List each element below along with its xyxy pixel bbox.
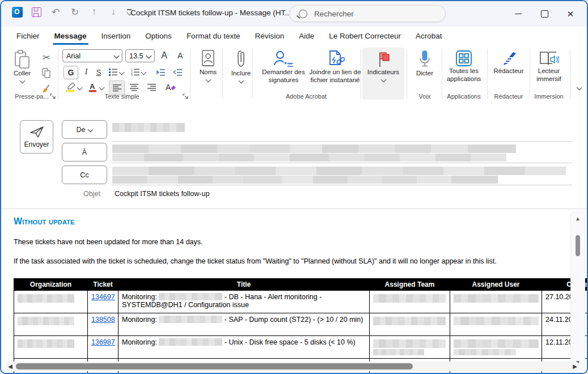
attach-instant-link-label: Joindre un lien de fichier instantané <box>302 68 369 84</box>
bold-label: G <box>68 68 74 77</box>
ticket-title: Monitoring: <box>122 338 157 346</box>
paste-label: Coller <box>14 69 31 77</box>
shrink-font-button[interactable]: Aˇ <box>174 49 188 62</box>
move-down-button[interactable]: ↓ <box>108 6 119 18</box>
bullet-list-icon <box>109 68 117 76</box>
chevron-down-icon <box>205 77 211 83</box>
search-input[interactable]: Rechercher <box>289 5 446 22</box>
move-up-button[interactable]: ↑ <box>88 6 100 18</box>
from-button[interactable]: De <box>62 120 107 139</box>
attach-file-button[interactable]: Inclure <box>227 50 255 83</box>
vertical-scroll-thumb[interactable] <box>576 235 580 256</box>
grow-font-button[interactable]: Aˆ <box>158 49 172 62</box>
chevron-down-icon <box>114 53 120 59</box>
organization-redacted <box>18 294 74 303</box>
highlight-color-button[interactable] <box>64 80 83 94</box>
numbered-list-icon: 123 <box>131 68 139 76</box>
horizontal-scrollbar[interactable]: ◀ ▶ <box>6 362 579 371</box>
ribbon: Coller ✂ Presse-pa... Arial 13.5 <box>1 45 587 107</box>
minimize-icon <box>515 14 522 15</box>
bold-button[interactable]: G <box>64 66 78 79</box>
ticket-link[interactable]: 136987 <box>91 338 115 346</box>
arrow-down-icon: ↓ <box>111 6 116 18</box>
send-label: Envoyer <box>24 141 49 148</box>
bullets-button[interactable] <box>108 66 125 78</box>
ticket-title: Monitoring: <box>122 293 157 301</box>
paste-button[interactable]: Coller <box>14 50 31 83</box>
message-body[interactable]: Without update These tickets have not be… <box>1 210 587 374</box>
save-button[interactable] <box>31 6 42 18</box>
subject-value[interactable]: Cockpit ITSM tickets follow-up <box>115 190 209 198</box>
chevron-down-icon <box>119 69 125 75</box>
all-apps-button[interactable]: Toutes les applications <box>443 50 484 83</box>
svg-text:A: A <box>90 82 95 91</box>
undo-button[interactable]: ↶ <box>50 6 61 18</box>
col-ticket: Ticket <box>88 279 119 291</box>
immersive-reader-icon <box>539 50 559 67</box>
tab-format-du-texte[interactable]: Format du texte <box>179 28 248 44</box>
font-name-select[interactable]: Arial <box>62 49 122 62</box>
cut-button[interactable]: ✂ <box>40 51 53 63</box>
immersive-reader-button[interactable]: Lecteur immersif <box>532 50 566 83</box>
tab-options[interactable]: Options <box>138 28 179 44</box>
assigned-user-redacted <box>454 317 539 325</box>
clipboard-dialog-launcher[interactable] <box>50 94 56 99</box>
numbering-button[interactable]: 123 <box>129 66 147 78</box>
search-placeholder: Rechercher <box>314 10 354 18</box>
cc-recipients-redacted <box>112 167 566 175</box>
send-button[interactable]: Envoyer <box>20 120 53 154</box>
italic-button[interactable]: I <box>81 66 92 78</box>
horizontal-scroll-thumb[interactable] <box>16 363 413 369</box>
tab-fichier[interactable]: Fichier <box>9 28 47 44</box>
ticket-link[interactable]: 134697 <box>91 293 115 301</box>
decrease-indent-button[interactable] <box>153 66 168 78</box>
table-row: 138508 Monitoring: - SAP - Dump count (S… <box>14 313 587 336</box>
tab-le-robert-correcteur[interactable]: Le Robert Correcteur <box>322 28 408 44</box>
undo-icon: ↶ <box>52 6 60 18</box>
body-heading: Without update <box>14 216 75 227</box>
title-redacted <box>159 338 222 346</box>
dictate-button[interactable]: Dicter <box>411 50 438 77</box>
ticket-title: Monitoring: <box>122 316 157 324</box>
col-title: Title <box>119 279 370 291</box>
editor-button[interactable]: Rédacteur <box>490 50 527 75</box>
tab-insertion[interactable]: Insertion <box>94 28 138 44</box>
attach-instant-link-button[interactable]: Joindre un lien de fichier instantané <box>312 50 358 84</box>
organization-redacted <box>18 339 74 348</box>
svg-text:A: A <box>166 83 171 92</box>
vertical-scrollbar[interactable]: ▲ ▼ <box>570 212 585 369</box>
tab-acrobat[interactable]: Acrobat <box>408 28 450 44</box>
font-color-button[interactable]: A <box>86 80 105 94</box>
tab-revision[interactable]: Révision <box>247 28 291 44</box>
tab-message[interactable]: Message <box>47 28 94 44</box>
names-button[interactable]: Noms <box>196 50 221 82</box>
scroll-up-icon[interactable]: ▲ <box>571 216 585 222</box>
align-right-button[interactable] <box>144 80 159 94</box>
assigned-team-redacted <box>373 317 446 325</box>
maximize-button[interactable] <box>531 1 557 27</box>
flags-button[interactable]: Indicateurs <box>364 51 403 82</box>
tab-aide[interactable]: Aide <box>291 28 322 44</box>
cc-button[interactable]: Cc <box>62 165 107 184</box>
underline-button[interactable]: S <box>93 66 104 78</box>
align-center-button[interactable] <box>126 80 141 94</box>
close-button[interactable]: ✕ <box>557 1 583 27</box>
editor-label: Rédacteur <box>493 67 523 75</box>
font-size-select[interactable]: 13.5 <box>125 49 155 62</box>
minimize-button[interactable] <box>505 1 531 27</box>
cc-label: Cc <box>80 171 88 179</box>
redo-button[interactable]: ↻ <box>69 6 81 18</box>
increase-indent-button[interactable] <box>170 66 185 78</box>
copy-button[interactable] <box>40 67 53 79</box>
ticket-link[interactable]: 138508 <box>91 316 115 324</box>
text-dialog-launcher[interactable] <box>183 94 188 99</box>
clear-formatting-button[interactable]: A <box>163 80 179 94</box>
scroll-right-icon[interactable]: ▶ <box>570 363 579 369</box>
italic-label: I <box>85 67 88 76</box>
to-button[interactable]: À <box>62 143 107 162</box>
chevron-down-icon <box>576 84 582 90</box>
scroll-left-icon[interactable]: ◀ <box>6 363 15 369</box>
flag-icon <box>376 51 391 68</box>
collapse-ribbon-button[interactable] <box>572 80 586 94</box>
names-label: Noms <box>200 68 217 76</box>
